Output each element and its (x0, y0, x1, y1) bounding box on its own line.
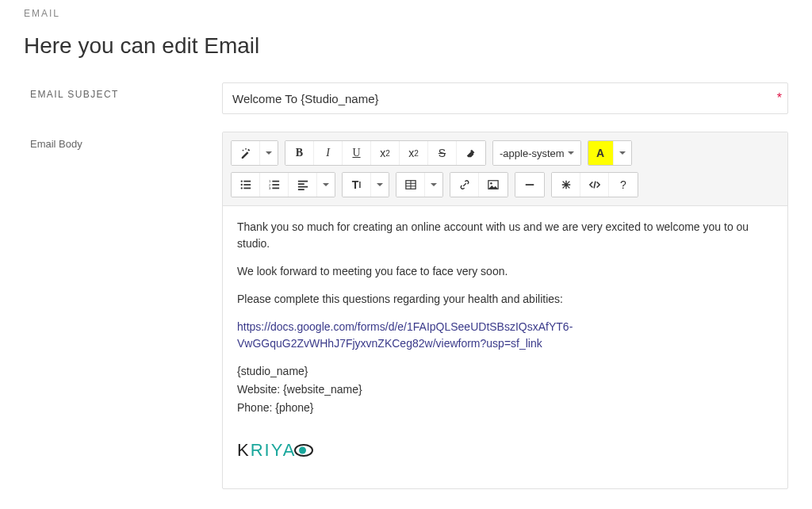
style-dropdown[interactable] (260, 141, 278, 165)
unordered-list-button[interactable] (232, 173, 260, 197)
table-dropdown[interactable] (425, 173, 442, 197)
bold-button[interactable]: B (285, 141, 314, 165)
ordered-list-button[interactable]: 123 (260, 173, 289, 197)
table-icon (405, 179, 416, 190)
strikethrough-button[interactable]: S (428, 141, 457, 165)
eye-icon (294, 444, 313, 457)
svg-rect-13 (272, 188, 279, 189)
svg-rect-3 (243, 181, 251, 182)
svg-rect-16 (297, 186, 307, 188)
label-email-subject: EMAIL SUBJECT (24, 82, 222, 100)
paragraph-align-button[interactable] (289, 173, 317, 197)
line-height-dropdown[interactable] (371, 173, 389, 197)
svg-point-6 (240, 187, 242, 189)
body-paragraph: We look forward to meeting you face to f… (237, 263, 773, 280)
underline-button[interactable]: U (343, 141, 371, 165)
line-height-button[interactable]: TI (343, 173, 371, 197)
svg-rect-5 (243, 184, 251, 186)
editor-content[interactable]: Thank you so much for creating an online… (223, 206, 787, 488)
font-color-dropdown[interactable] (614, 141, 631, 165)
eraser-icon (465, 147, 477, 159)
rich-text-editor: B I U x2 x2 S -apple-system (222, 132, 788, 489)
row-email-body: Email Body B I (24, 132, 788, 489)
codeview-button[interactable] (580, 173, 609, 197)
minus-icon (524, 179, 535, 190)
style-button[interactable] (232, 141, 260, 165)
table-button[interactable] (396, 173, 425, 197)
body-link[interactable]: https://docs.google.com/forms/d/e/1FAIpQ… (237, 320, 573, 350)
clear-format-button[interactable] (457, 141, 485, 165)
svg-point-23 (490, 182, 492, 184)
email-subject-input[interactable] (222, 82, 788, 114)
link-icon (459, 179, 470, 190)
label-email-body: Email Body (24, 132, 222, 150)
subscript-button[interactable]: x2 (400, 141, 428, 165)
magic-icon (240, 147, 251, 159)
svg-text:3: 3 (269, 186, 271, 190)
page-title: Here you can edit Email (24, 33, 788, 59)
signature-line: Phone: {phone} (237, 400, 773, 416)
align-left-icon (297, 179, 308, 190)
svg-rect-9 (272, 181, 279, 182)
svg-point-1 (245, 148, 247, 150)
logo-image: KRIYA (237, 437, 313, 463)
signature-line: {studio_name} (237, 363, 773, 380)
signature-line: Website: {website_name} (237, 381, 773, 398)
font-color-button[interactable]: A (588, 141, 614, 165)
svg-rect-17 (297, 189, 304, 190)
hr-button[interactable] (515, 173, 544, 197)
body-paragraph: Please complete this questions regarding… (237, 291, 773, 308)
svg-point-0 (242, 150, 243, 151)
fullscreen-button[interactable] (552, 173, 580, 197)
editor-toolbar: B I U x2 x2 S -apple-system (223, 132, 787, 206)
svg-rect-24 (526, 184, 534, 186)
section-eyebrow: EMAIL (24, 8, 788, 19)
body-paragraph: Thank you so much for creating an online… (237, 219, 773, 252)
row-email-subject: EMAIL SUBJECT * (24, 82, 788, 114)
svg-rect-14 (297, 181, 307, 182)
code-icon (589, 179, 600, 190)
svg-rect-11 (272, 184, 279, 186)
image-icon (488, 179, 499, 190)
list-ol-icon: 123 (269, 179, 280, 190)
svg-rect-15 (297, 183, 304, 185)
list-ul-icon (240, 179, 251, 190)
font-family-dropdown[interactable]: -apple-system (493, 141, 580, 165)
svg-point-2 (240, 180, 242, 182)
picture-button[interactable] (479, 173, 508, 197)
svg-rect-7 (243, 188, 251, 189)
italic-button[interactable]: I (314, 141, 343, 165)
paragraph-align-dropdown[interactable] (317, 173, 335, 197)
link-button[interactable] (450, 173, 479, 197)
superscript-button[interactable]: x2 (371, 141, 400, 165)
svg-point-4 (240, 184, 242, 186)
help-button[interactable]: ? (609, 173, 638, 197)
arrows-out-icon (561, 179, 572, 190)
